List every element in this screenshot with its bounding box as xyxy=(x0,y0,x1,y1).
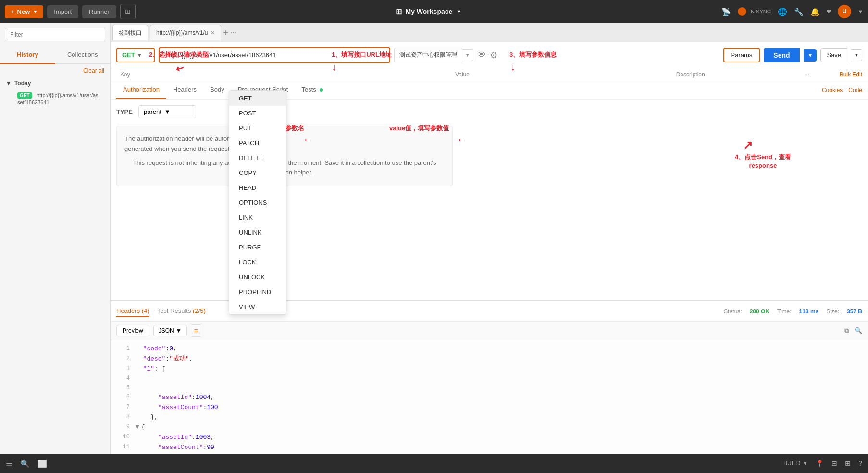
dropdown-item-purge[interactable]: PURGE xyxy=(229,240,286,255)
wrap-button[interactable]: ≡ xyxy=(191,324,201,337)
auth-type-row: TYPE parent ▼ xyxy=(116,105,862,118)
tab-url-short[interactable]: http://{{ip}}/ams/v1/u ✕ xyxy=(150,25,221,40)
today-header: ▼ Today xyxy=(6,80,104,87)
env-dropdown[interactable]: 测试资产中心权限管理 xyxy=(394,48,462,62)
status-label: Status: xyxy=(724,308,742,315)
bell-icon[interactable]: 🔔 xyxy=(810,7,820,16)
dropdown-item-patch[interactable]: PATCH xyxy=(229,136,286,150)
auth-dropdown-arrow: ▼ xyxy=(164,108,171,115)
body-tab[interactable]: Body xyxy=(203,81,231,99)
heart-icon[interactable]: ♥ xyxy=(827,7,831,16)
url-input[interactable] xyxy=(159,47,390,63)
send-button[interactable]: Send xyxy=(764,48,799,62)
antenna-icon: 📡 xyxy=(721,7,731,16)
tab-more-button[interactable]: ··· xyxy=(230,28,236,37)
dropdown-item-put[interactable]: PUT xyxy=(229,121,286,136)
col-desc-header: Description xyxy=(576,71,805,78)
dropdown-item-get[interactable]: GET xyxy=(229,91,286,106)
tests-tab[interactable]: Tests xyxy=(295,81,330,99)
json-line-12: 12 }, xyxy=(116,453,862,454)
tab-collections[interactable]: Collections xyxy=(55,46,111,64)
size-label: Size: xyxy=(826,308,839,315)
workspace-label: My Workspace xyxy=(406,8,453,15)
build-label: BUILD xyxy=(783,460,800,467)
env-dropdown-arrow[interactable]: ▼ xyxy=(462,49,473,61)
layout-split-icon[interactable]: ⊟ xyxy=(831,460,837,467)
clear-all-button[interactable]: Clear all xyxy=(0,64,110,77)
json-line-2: 2 "desc" : "成功" , xyxy=(116,354,862,364)
dropdown-item-view[interactable]: VIEW xyxy=(229,299,286,314)
settings-icon[interactable]: ⚙ xyxy=(490,50,497,61)
json-line-5: 5 xyxy=(116,384,862,393)
tab-history[interactable]: History xyxy=(0,46,55,64)
grid-view-icon[interactable]: ⊞ xyxy=(845,460,851,467)
sync-dot xyxy=(738,7,746,16)
search-bottom-icon[interactable]: 🔍 xyxy=(20,459,30,468)
send-dropdown-button[interactable]: ▼ xyxy=(804,49,817,62)
resp-headers-tab[interactable]: Headers (4) xyxy=(116,305,149,317)
dropdown-item-copy[interactable]: COPY xyxy=(229,165,286,180)
tab-jiadao[interactable]: 签到接口 xyxy=(112,25,148,40)
search-response-icon[interactable]: 🔍 xyxy=(855,327,862,335)
sidebar-toggle-icon[interactable]: ☰ xyxy=(6,459,12,468)
request-bar: GET ▼ 测试资产中心权限管理 ▼ 👁 ⚙ Params Send ▼ Sav… xyxy=(111,42,868,68)
location-icon[interactable]: 📍 xyxy=(816,460,824,467)
resp-action-icons: ⧉ 🔍 xyxy=(844,327,862,335)
dropdown-item-lock[interactable]: LOCK xyxy=(229,255,286,270)
dropdown-selector: 测试资产中心权限管理 ▼ xyxy=(394,48,473,62)
new-button[interactable]: + New ▼ xyxy=(5,5,43,18)
params-button[interactable]: Params xyxy=(723,48,760,62)
code-link[interactable]: Code xyxy=(848,87,862,94)
history-item[interactable]: GET http://{{ip}}/ams/v1/user/asset/1862… xyxy=(6,88,104,109)
fold-arrow-9[interactable]: ▼ xyxy=(136,423,139,433)
col-actions-header: ··· xyxy=(805,71,824,78)
preview-button[interactable]: Preview xyxy=(116,325,149,336)
response-toolbar: Preview JSON ▼ ≡ ⧉ 🔍 xyxy=(111,322,868,340)
method-dropdown-menu: GET POST PUT PATCH DELETE COPY HEAD OPTI… xyxy=(229,90,286,315)
filter-input[interactable] xyxy=(5,28,105,41)
json-button[interactable]: JSON ▼ xyxy=(153,325,187,336)
avatar[interactable]: U xyxy=(838,5,851,18)
dropdown-item-unlock[interactable]: UNLOCK xyxy=(229,270,286,285)
build-arrow: ▼ xyxy=(802,460,808,467)
dropdown-item-delete[interactable]: DELETE xyxy=(229,150,286,165)
json-line-3: 3 "l" : [ xyxy=(116,364,862,374)
top-bar: + New ▼ Import Runner ⊞ ⊞ My Workspace ▼… xyxy=(0,0,868,23)
auth-tab[interactable]: Authorization xyxy=(116,81,166,99)
layout-button[interactable]: ⊞ xyxy=(120,4,136,19)
auth-type-dropdown[interactable]: parent ▼ xyxy=(138,105,196,118)
save-dropdown-button[interactable]: ▼ xyxy=(851,49,862,61)
save-button[interactable]: Save xyxy=(820,48,847,62)
help-icon[interactable]: ? xyxy=(858,460,862,467)
tab-close-icon[interactable]: ✕ xyxy=(211,30,215,36)
earth-icon[interactable]: 🌐 xyxy=(778,7,787,16)
dropdown-item-head[interactable]: HEAD xyxy=(229,180,286,195)
method-select[interactable]: GET ▼ xyxy=(116,48,155,62)
eye-icon[interactable]: 👁 xyxy=(477,50,486,60)
avatar-dropdown[interactable]: ▼ xyxy=(858,9,863,14)
json-line-4: 4 xyxy=(116,374,862,383)
bottom-bar: ☰ 🔍 ⬜ BUILD ▼ 📍 ⊟ ⊞ ? xyxy=(0,454,868,473)
wrench-icon[interactable]: 🔧 xyxy=(794,7,804,16)
dropdown-item-unlink[interactable]: UNLINK xyxy=(229,225,286,240)
copy-response-icon[interactable]: ⧉ xyxy=(844,327,849,335)
top-right-icons: 📡 IN SYNC 🌐 🔧 🔔 ♥ U ▼ xyxy=(721,5,863,18)
runner-button[interactable]: Runner xyxy=(82,5,116,18)
headers-tab[interactable]: Headers xyxy=(166,81,203,99)
resp-test-results-tab[interactable]: Test Results (2/5) xyxy=(157,305,206,317)
dropdown-item-options[interactable]: OPTIONS xyxy=(229,195,286,210)
sidebar-tabs: History Collections xyxy=(0,46,110,64)
dropdown-item-propfind[interactable]: PROPFIND xyxy=(229,285,286,299)
dropdown-item-post[interactable]: POST xyxy=(229,106,286,121)
bulk-edit-button[interactable]: Bulk Edit xyxy=(824,71,862,78)
cookies-link[interactable]: Cookies xyxy=(822,87,843,94)
workspace-dropdown-arrow[interactable]: ▼ xyxy=(456,9,461,14)
sync-badge: IN SYNC xyxy=(738,7,771,16)
dropdown-item-link[interactable]: LINK xyxy=(229,210,286,225)
browser-bottom-icon[interactable]: ⬜ xyxy=(37,459,47,468)
tab-add-button[interactable]: + xyxy=(223,28,228,37)
build-button[interactable]: BUILD ▼ xyxy=(783,460,808,467)
json-arrow: ▼ xyxy=(176,327,182,334)
import-button[interactable]: Import xyxy=(47,5,78,18)
json-line-8: 8 }, xyxy=(116,412,862,423)
